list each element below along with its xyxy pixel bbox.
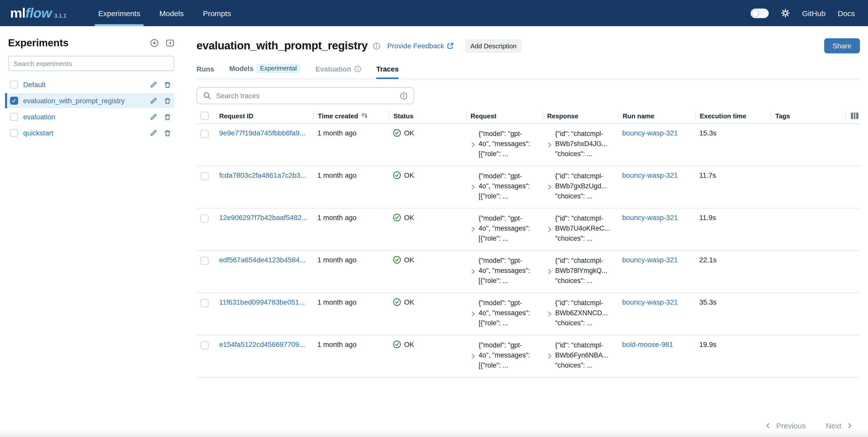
experiment-list-item[interactable]: evaluation_with_prompt_registry: [5, 93, 174, 108]
response-preview: {"id": "chatcmpl-BWb6ZXNNCD..."choices":…: [555, 298, 610, 328]
run-name-link[interactable]: bold-moose-981: [622, 340, 691, 348]
row-checkbox[interactable]: [200, 299, 209, 307]
column-time-created[interactable]: Time created: [313, 111, 389, 121]
expand-response-icon[interactable]: [547, 257, 553, 286]
experiment-checkbox[interactable]: [10, 80, 18, 89]
request-preview: {"model": "gpt-4o", "messages":[{"role":…: [478, 340, 533, 371]
status-ok-icon: [393, 340, 401, 348]
time-created-cell: 1 month ago: [313, 340, 389, 348]
expand-response-icon[interactable]: [547, 172, 553, 201]
delete-trash-icon[interactable]: [164, 97, 171, 104]
navbar-right: GitHub Docs: [751, 8, 855, 18]
edit-pencil-icon[interactable]: [150, 113, 157, 121]
expand-response-icon[interactable]: [547, 299, 553, 328]
sort-descending-icon: [361, 112, 368, 119]
response-preview: {"id": "chatcmpl-BWb78lYmgkQ..."choices"…: [555, 256, 610, 286]
expand-request-icon[interactable]: [470, 299, 476, 328]
expand-request-icon[interactable]: [470, 130, 476, 159]
run-name-link[interactable]: bouncy-wasp-321: [622, 213, 691, 222]
expand-response-icon[interactable]: [547, 130, 553, 159]
chevron-right-icon: [846, 423, 853, 429]
edit-pencil-icon[interactable]: [150, 129, 157, 137]
expand-request-icon[interactable]: [470, 257, 476, 286]
mlflow-logo[interactable]: ml flow 3.1.1: [10, 6, 66, 20]
theme-toggle[interactable]: [751, 8, 769, 18]
share-button[interactable]: Share: [824, 38, 860, 54]
external-link-icon: [446, 42, 454, 49]
row-checkbox[interactable]: [200, 172, 209, 180]
column-tags[interactable]: Tags: [771, 111, 860, 121]
add-description-button[interactable]: Add Description: [465, 39, 522, 53]
column-status[interactable]: Status: [389, 111, 466, 121]
delete-trash-icon[interactable]: [164, 113, 171, 121]
docs-link[interactable]: Docs: [838, 9, 855, 18]
column-request[interactable]: Request: [466, 111, 542, 121]
delete-trash-icon[interactable]: [164, 81, 171, 88]
experiment-name-link[interactable]: quickstart: [23, 129, 145, 137]
expand-request-icon[interactable]: [470, 172, 476, 201]
column-run-name[interactable]: Run name: [618, 111, 695, 121]
expand-response-icon[interactable]: [547, 341, 553, 371]
row-checkbox[interactable]: [200, 130, 209, 138]
experiment-list-item[interactable]: Default: [5, 77, 174, 92]
experiment-info-icon[interactable]: [373, 42, 380, 49]
row-checkbox[interactable]: [200, 257, 209, 265]
experiment-list: Default evaluation_with_prompt_registry …: [5, 77, 174, 140]
column-execution-time[interactable]: Execution time: [695, 111, 771, 121]
experiment-name-link[interactable]: evaluation: [23, 113, 145, 121]
run-name-link[interactable]: bouncy-wasp-321: [622, 171, 691, 179]
search-info-icon[interactable]: [400, 92, 408, 99]
header-checkbox-cell: [196, 111, 215, 121]
request-id-link[interactable]: edf567a654de4123b4584...: [219, 256, 309, 264]
gear-icon[interactable]: [781, 8, 790, 18]
select-all-checkbox[interactable]: [200, 112, 209, 120]
tab-evaluation[interactable]: Evaluation: [315, 65, 361, 78]
request-cell: {"model": "gpt-4o", "messages":[{"role":…: [466, 171, 542, 201]
experiment-checkbox[interactable]: [10, 113, 18, 121]
delete-trash-icon[interactable]: [164, 129, 171, 137]
row-checkbox[interactable]: [200, 341, 209, 349]
experiment-checkbox[interactable]: [10, 129, 18, 137]
experiment-list-item[interactable]: quickstart: [5, 125, 174, 140]
run-name-link[interactable]: bouncy-wasp-321: [622, 129, 691, 137]
status-label: OK: [404, 129, 414, 137]
run-name-link[interactable]: bouncy-wasp-321: [622, 256, 691, 264]
request-id-link[interactable]: 11f631bed0994783be051...: [219, 298, 309, 306]
nav-item-experiments[interactable]: Experiments: [89, 0, 150, 26]
search-traces-input[interactable]: [215, 91, 396, 100]
github-link[interactable]: GitHub: [802, 9, 826, 18]
experiment-checkbox[interactable]: [10, 97, 18, 105]
request-id-link[interactable]: 12e906297f7b42baaf5482...: [219, 213, 309, 222]
tab-runs[interactable]: Runs: [196, 65, 214, 78]
response-cell: {"id": "chatcmpl-BWb6Fyn6NBA..."choices"…: [542, 340, 618, 371]
request-id-link[interactable]: 9e9e77f19da745fbbb6fa9...: [219, 129, 309, 137]
new-experiment-icon[interactable]: [150, 39, 159, 47]
tab-traces[interactable]: Traces: [376, 65, 399, 78]
expand-request-icon[interactable]: [470, 214, 476, 244]
nav-item-models[interactable]: Models: [150, 0, 193, 26]
request-id-link[interactable]: e154fa5122cd456697709...: [219, 340, 309, 348]
experiment-list-item[interactable]: evaluation: [5, 109, 174, 124]
trace-table-row: 11f631bed0994783be051... 1 month ago OK …: [196, 293, 860, 335]
row-checkbox[interactable]: [200, 214, 209, 223]
nav-item-prompts[interactable]: Prompts: [193, 0, 241, 26]
column-request-id[interactable]: Request ID: [215, 111, 313, 121]
next-page-button[interactable]: Next: [826, 422, 853, 430]
run-name-link[interactable]: bouncy-wasp-321: [622, 298, 691, 306]
traces-table-body: 9e9e77f19da745fbbb6fa9... 1 month ago OK…: [196, 124, 860, 378]
expand-response-icon[interactable]: [547, 214, 553, 244]
previous-page-button[interactable]: Previous: [765, 422, 806, 430]
provide-feedback-link[interactable]: Provide Feedback: [388, 42, 454, 50]
edit-pencil-icon[interactable]: [150, 81, 157, 88]
experiment-name-link[interactable]: Default: [23, 80, 145, 89]
column-settings-icon[interactable]: [850, 112, 859, 120]
experiment-name-link[interactable]: evaluation_with_prompt_registry: [23, 97, 145, 105]
response-preview: {"id": "chatcmpl-BWb7shxD4JG..."choices"…: [555, 129, 610, 159]
collapse-sidebar-icon[interactable]: [166, 39, 174, 47]
request-id-link[interactable]: fcda7803c2fa4861a7c2b3...: [219, 171, 309, 179]
expand-request-icon[interactable]: [470, 341, 476, 371]
column-response[interactable]: Response: [542, 111, 618, 121]
search-experiments-input[interactable]: [8, 56, 174, 71]
edit-pencil-icon[interactable]: [150, 97, 157, 104]
tab-models[interactable]: Models Experimental: [229, 64, 300, 78]
